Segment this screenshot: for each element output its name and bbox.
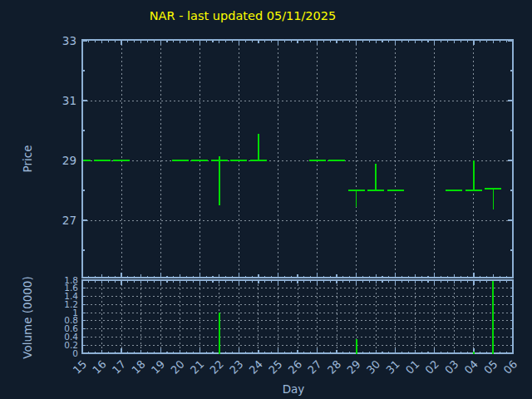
day-tick-label: 28 (325, 358, 343, 377)
day-tick-label: 18 (129, 358, 147, 377)
day-tick-label: 31 (384, 358, 402, 377)
price-volume-plot: 2729313300.20.40.60.811.21.41.61.8151617… (0, 0, 532, 399)
day-tick-label: 24 (247, 358, 265, 377)
volume-bar (356, 339, 357, 354)
day-tick-label: 27 (305, 358, 323, 377)
gridlines (82, 40, 513, 353)
day-tick-label: 01 (403, 358, 421, 377)
price-ytick-label: 31 (62, 94, 76, 107)
volume-bar (219, 313, 220, 354)
day-tick-label: 06 (501, 358, 520, 377)
tick-labels: 2729313300.20.40.60.811.21.41.61.8151617… (62, 34, 520, 377)
day-tick-label: 25 (266, 358, 284, 377)
day-tick-label: 29 (344, 358, 362, 377)
day-tick-label: 22 (208, 358, 226, 377)
price-bars (83, 134, 501, 210)
day-tick-label: 05 (481, 358, 500, 377)
volume-bar (473, 352, 475, 354)
day-tick-label: 16 (90, 358, 108, 377)
volume-panel-frame (82, 280, 513, 353)
volume-ytick-label: 1.8 (64, 275, 78, 285)
day-tick-label: 03 (442, 358, 461, 377)
day-tick-label: 02 (423, 358, 441, 377)
day-tick-label: 23 (227, 358, 245, 377)
volume-bar (492, 281, 494, 354)
day-tick-label: 17 (110, 358, 128, 377)
price-ytick-label: 33 (62, 34, 76, 47)
day-tick-label: 26 (286, 358, 304, 377)
price-ytick-label: 27 (62, 214, 76, 227)
day-tick-label: 20 (169, 358, 187, 377)
day-tick-label: 30 (364, 358, 382, 377)
price-panel-frame (82, 40, 513, 278)
volume-bars (219, 281, 495, 354)
day-tick-label: 21 (188, 358, 206, 377)
day-tick-label: 15 (71, 358, 89, 377)
stock-chart-window: NAR - last updated 05/11/2025 Price Volu… (0, 0, 532, 399)
day-tick-label: 19 (149, 358, 167, 377)
day-tick-label: 04 (462, 358, 480, 377)
price-ytick-label: 29 (62, 154, 76, 167)
